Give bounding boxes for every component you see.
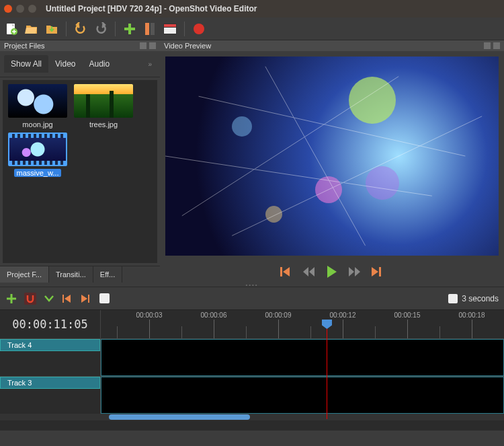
file-thumbnail [8, 84, 67, 118]
rewind-button[interactable] [302, 265, 316, 278]
project-files-header: Project Files [0, 40, 160, 51]
zoom-slider-icon[interactable] [448, 294, 458, 303]
preview-frame [165, 57, 499, 256]
svg-rect-3 [151, 23, 155, 35]
window-title: Untitled Project [HDV 720 24p] - OpenSho… [46, 4, 257, 13]
timeline-toolbar: 3 seconds [0, 287, 504, 309]
panel-close-icon[interactable] [493, 42, 500, 49]
project-files-panel: Project Files Show All Video Audio » moo… [0, 40, 160, 283]
svg-rect-16 [88, 295, 89, 303]
project-files-title: Project Files [4, 42, 45, 50]
svg-line-9 [182, 77, 398, 216]
new-project-button[interactable] [4, 22, 19, 36]
svg-rect-6 [164, 28, 176, 34]
file-item[interactable]: moon.jpg [7, 84, 69, 128]
track-header[interactable]: Track 3 [0, 377, 101, 414]
svg-rect-13 [280, 267, 282, 276]
svg-line-8 [199, 96, 466, 156]
main-toolbar [0, 17, 504, 40]
export-button[interactable] [192, 22, 206, 36]
file-item[interactable]: massive_w... [7, 133, 69, 177]
next-marker-button[interactable] [81, 293, 93, 305]
profile-button[interactable] [142, 22, 157, 36]
project-files-grid[interactable]: moon.jpg trees.jpg massive_w... [3, 80, 157, 263]
titlebar: Untitled Project [HDV 720 24p] - OpenSho… [0, 0, 504, 17]
panel-undock-icon[interactable] [140, 42, 146, 49]
svg-rect-14 [379, 267, 381, 276]
svg-point-7 [194, 24, 204, 34]
file-label: moon.jpg [22, 120, 52, 128]
tab-effects[interactable]: Eff... [93, 266, 122, 283]
playback-controls [160, 261, 504, 283]
track-label: Track 4 [0, 339, 100, 351]
video-preview-header: Video Preview [160, 40, 504, 51]
timeline-track[interactable]: Track 4 [0, 338, 504, 376]
preview-viewport[interactable] [160, 51, 504, 261]
window-close-button[interactable] [4, 5, 12, 13]
redo-button[interactable] [93, 22, 108, 36]
fast-forward-button[interactable] [348, 265, 362, 278]
svg-line-10 [232, 116, 482, 236]
window-minimize-button[interactable] [16, 5, 24, 13]
file-thumbnail [8, 133, 67, 166]
file-item[interactable]: trees.jpg [73, 84, 134, 128]
import-files-button[interactable] [122, 22, 137, 36]
tabs-overflow-icon[interactable]: » [148, 61, 156, 68]
timeline-scrollbar[interactable] [0, 414, 504, 420]
playhead-handle-icon[interactable] [322, 320, 332, 329]
jump-start-button[interactable] [280, 265, 293, 278]
time-ruler[interactable]: 00:00:11:05 00:00:03 00:00:06 00:00:09 0… [0, 310, 504, 338]
current-time-display: 00:00:11:05 [0, 310, 101, 338]
tick-label: 00:00:06 [201, 311, 227, 319]
video-preview-title: Video Preview [164, 42, 211, 50]
svg-rect-2 [145, 23, 149, 35]
tab-project-files[interactable]: Project F... [0, 266, 49, 283]
filter-tab-show-all[interactable]: Show All [4, 55, 48, 73]
zoom-label: 3 seconds [462, 294, 499, 303]
track-body[interactable] [101, 377, 504, 414]
svg-rect-5 [164, 24, 176, 27]
file-label: massive_w... [14, 169, 62, 177]
panel-close-icon[interactable] [149, 42, 156, 49]
tab-transitions[interactable]: Transiti... [49, 266, 93, 283]
play-button[interactable] [325, 265, 339, 278]
previous-marker-button[interactable] [62, 293, 74, 305]
undo-button[interactable] [73, 22, 88, 36]
panel-undock-icon[interactable] [484, 42, 491, 49]
track-header[interactable]: Track 4 [0, 339, 101, 376]
snap-button[interactable] [24, 293, 36, 305]
ruler-ticks[interactable]: 00:00:03 00:00:06 00:00:09 00:00:12 00:0… [101, 310, 504, 338]
scrollbar-thumb[interactable] [109, 414, 250, 420]
tick-label: 00:00:15 [394, 311, 421, 319]
toolbar-separator [184, 22, 185, 36]
left-panel-tabs: Project F... Transiti... Eff... [0, 266, 160, 283]
svg-rect-15 [62, 295, 64, 303]
file-filter-tabs: Show All Video Audio » [0, 51, 160, 77]
filter-tab-video[interactable]: Video [48, 55, 82, 73]
track-body[interactable] [101, 339, 504, 376]
razor-dropdown-button[interactable] [43, 293, 55, 305]
jump-end-button[interactable] [371, 265, 384, 278]
toolbar-separator [115, 22, 116, 36]
tick-label: 00:00:12 [330, 311, 356, 319]
toolbar-separator [66, 22, 67, 36]
tick-label: 00:00:03 [136, 311, 163, 319]
file-thumbnail [74, 84, 133, 118]
add-track-button[interactable] [5, 293, 17, 305]
timeline-track[interactable]: Track 3 [0, 376, 504, 414]
center-playhead-button[interactable] [99, 293, 110, 303]
fullscreen-button[interactable] [163, 22, 177, 36]
open-project-button[interactable] [24, 22, 39, 36]
timeline-panel: 00:00:11:05 00:00:03 00:00:06 00:00:09 0… [0, 309, 504, 431]
playhead[interactable] [327, 321, 327, 419]
video-preview-panel: Video Preview [160, 40, 504, 283]
filter-tab-audio[interactable]: Audio [83, 55, 117, 73]
file-label: trees.jpg [89, 120, 118, 128]
window-maximize-button[interactable] [28, 5, 36, 13]
save-project-button[interactable] [44, 22, 59, 36]
svg-line-11 [165, 156, 432, 196]
track-label: Track 3 [0, 377, 100, 389]
tick-label: 00:00:18 [459, 311, 485, 319]
svg-line-12 [265, 67, 366, 246]
tick-label: 00:00:09 [265, 311, 292, 319]
